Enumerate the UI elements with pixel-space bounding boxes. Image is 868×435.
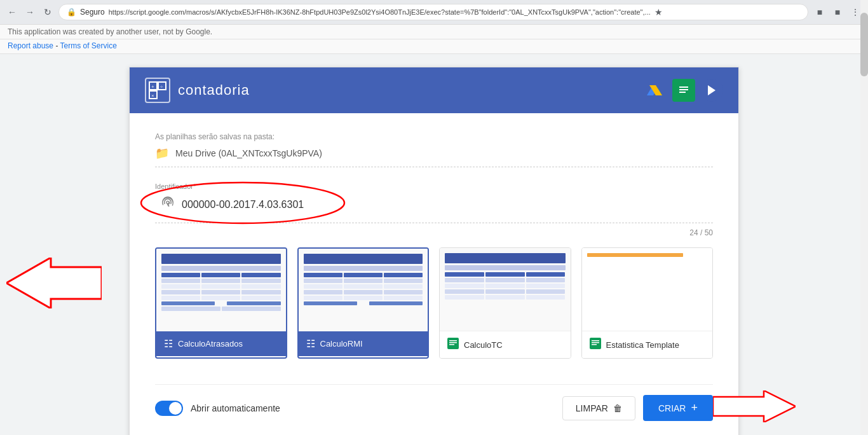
svg-rect-20 [590,338,601,349]
toggle-section: Abrir automaticamente [155,401,280,416]
svg-rect-12 [679,89,688,90]
app-body: As planilhas serão salvas na pasta: 📁 Me… [130,113,738,435]
back-button[interactable]: ← [5,5,19,19]
svg-rect-18 [449,342,457,343]
extension-icon-1[interactable]: ■ [812,4,827,20]
count-display: 24 / 50 [155,228,713,237]
address-bar[interactable]: 🔒 Seguro https://script.google.com/macro… [58,4,808,20]
template-preview-1 [156,249,286,331]
limpar-label: LIMPAR [576,403,608,413]
svg-rect-11 [679,86,688,88]
links-bar: Report abuse - Terms of Service [0,39,868,54]
criar-label: CRIAR [658,403,686,413]
info-text: This application was created by another … [8,27,212,36]
arrow-left [6,258,102,310]
extension-icon-2[interactable]: ■ [830,4,845,20]
svg-rect-23 [592,344,597,345]
template-footer-4: Estatistica Template [582,331,713,358]
navigate-icon[interactable] [700,79,723,102]
browser-nav: ← → ↻ 🔒 Seguro https://script.google.com… [0,0,868,24]
save-path-value: Meu Drive (0AL_XNTcxxTsgUk9PVA) [175,148,322,158]
template-name-1: CalculoAtrasados [178,339,243,349]
identifier-section: Identificador* 0 [155,183,713,223]
svg-rect-21 [592,340,599,342]
lock-icon: 🔒 [67,8,76,17]
save-path-section: As planilhas serão salvas na pasta: 📁 Me… [155,132,713,167]
template-footer-1: ☷ CalculoAtrasados [156,331,286,356]
terms-link[interactable]: Terms of Service [60,41,117,50]
svg-text:+: + [151,84,154,90]
identifier-value: 000000-00.2017.4.03.6301 [182,199,304,211]
arrow-right [713,390,796,424]
logo-icon: + ÷ × [145,78,170,103]
template-card-4[interactable]: Estatistica Template [581,247,714,359]
template-preview-4 [582,248,713,331]
app-logo: + ÷ × contadoria [145,78,250,103]
template-name-3: CalculoTC [464,340,503,350]
template-preview-2 [299,249,428,331]
save-path-label: As planilhas serão salvas na pasta: [155,132,713,141]
separator: - [55,41,60,50]
auto-open-toggle[interactable] [155,401,183,416]
reload-button[interactable]: ↻ [41,5,55,19]
url-text: https://script.google.com/macros/s/AKfyc… [109,8,651,16]
fingerprint-icon [160,195,175,214]
bookmark-icon[interactable]: ★ [654,7,663,17]
delete-icon: 🗑 [613,403,622,413]
bottom-section: Abrir automaticamente LIMPAR 🗑 CRIAR + [155,384,713,427]
report-abuse-link[interactable]: Report abuse [8,41,53,50]
sheets-icon[interactable] [672,79,695,102]
template-name-2: CalculoRMI [320,339,363,349]
template-card-3[interactable]: CalculoTC [439,247,571,359]
identifier-label: Identificador* [155,183,713,190]
svg-rect-19 [449,344,454,345]
svg-text:÷: ÷ [160,84,163,90]
identifier-row: 000000-00.2017.4.03.6301 [155,193,713,223]
template-card-1[interactable]: ☷ CalculoAtrasados [155,247,287,359]
action-buttons: LIMPAR 🗑 CRIAR + [562,395,713,421]
limpar-button[interactable]: LIMPAR 🗑 [562,396,635,420]
svg-marker-14 [708,85,715,95]
templates-grid: ☷ CalculoAtrasados [155,247,713,359]
svg-rect-16 [447,338,459,349]
template-footer-2: ☷ CalculoRMI [299,331,428,356]
app-header: + ÷ × contadoria [130,67,738,113]
sheets-template-icon-2: ☷ [306,338,315,350]
svg-text:×: × [151,93,154,99]
sheets-template-icon-1: ☷ [164,338,173,350]
template-preview-3 [440,248,571,331]
svg-marker-24 [713,390,796,422]
template-card-2[interactable]: ☷ CalculoRMI [297,247,430,359]
browser-bar: ← → ↻ 🔒 Seguro https://script.google.com… [0,0,868,25]
svg-marker-0 [6,258,102,308]
app-title: contadoria [178,82,250,99]
criar-button[interactable]: CRIAR + [643,395,713,421]
secure-label: Seguro [80,8,105,17]
header-icons [644,79,723,102]
template-name-4: Estatistica Template [606,340,679,350]
template-footer-3: CalculoTC [440,331,571,358]
svg-rect-13 [679,92,686,93]
scrollbar-thumb[interactable] [860,13,868,76]
plus-icon: + [691,401,698,415]
info-bar: This application was created by another … [0,25,868,39]
save-path-row: 📁 Meu Drive (0AL_XNTcxxTsgUk9PVA) [155,146,713,167]
folder-icon: 📁 [155,146,169,160]
identifier-wrapper: 000000-00.2017.4.03.6301 [155,193,309,216]
svg-rect-22 [592,342,599,343]
sheets-template-icon-3 [447,338,459,352]
svg-rect-17 [449,340,457,342]
scrollbar[interactable] [860,0,868,435]
page-content: + ÷ × contadoria [0,54,868,435]
sheets-template-icon-4 [590,338,601,352]
drive-icon[interactable] [644,79,667,102]
toggle-label: Abrir automaticamente [191,403,280,413]
browser-toolbar: ■ ■ ⋮ [812,4,863,20]
app-container: + ÷ × contadoria [129,67,739,435]
forward-button[interactable]: → [23,5,37,19]
